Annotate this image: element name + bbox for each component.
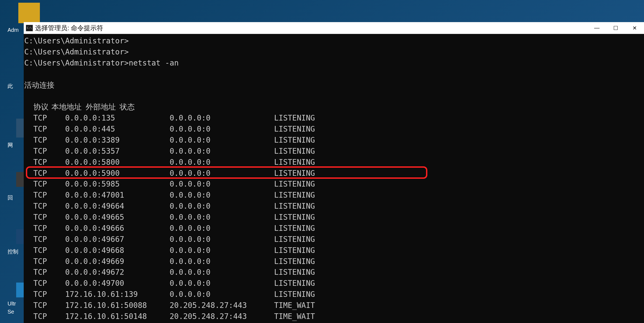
netstat-row: TCP 172.16.10.61:139 0.0.0.0:0 LISTENING <box>24 289 643 300</box>
netstat-row: TCP 0.0.0.0:5900 0.0.0.0:0 LISTENING <box>24 168 643 179</box>
close-button[interactable]: ✕ <box>625 22 644 34</box>
netstat-row: TCP 0.0.0.0:47001 0.0.0.0:0 LISTENING <box>24 190 643 201</box>
netstat-row: TCP 0.0.0.0:49664 0.0.0.0:0 LISTENING <box>24 201 643 212</box>
maximize-button[interactable]: ☐ <box>606 22 625 34</box>
window-title-bar[interactable]: C:\ 选择管理员: 命令提示符 — ☐ ✕ <box>24 22 644 34</box>
netstat-row: TCP 172.16.10.61:50088 20.205.248.27:443… <box>24 300 643 311</box>
desktop-label-recycle: 回 <box>8 194 13 201</box>
netstat-row: TCP 0.0.0.0:49672 0.0.0.0:0 LISTENING <box>24 267 643 278</box>
netstat-row: TCP 0.0.0.0:5985 0.0.0.0:0 LISTENING <box>24 179 643 190</box>
netstat-row: TCP 0.0.0.0:3389 0.0.0.0:0 LISTENING <box>24 135 643 146</box>
window-title: 选择管理员: 命令提示符 <box>35 24 587 32</box>
netstat-row: TCP 0.0.0.0:49666 0.0.0.0:0 LISTENING <box>24 223 643 234</box>
folder-icon[interactable] <box>18 3 40 23</box>
netstat-row: TCP 0.0.0.0:445 0.0.0.0:0 LISTENING <box>24 124 643 135</box>
netstat-row: TCP 0.0.0.0:49665 0.0.0.0:0 LISTENING <box>24 212 643 223</box>
netstat-header: 协议本地地址外部地址状态 <box>24 102 643 113</box>
section-title: 活动连接 <box>24 80 643 91</box>
netstat-row: TCP 0.0.0.0:49669 0.0.0.0:0 LISTENING <box>24 256 643 267</box>
netstat-row: TCP 0.0.0.0:135 0.0.0.0:0 LISTENING <box>24 113 643 124</box>
prompt-line: C:\Users\Administrator> <box>24 36 643 47</box>
netstat-row: TCP 0.0.0.0:49668 0.0.0.0:0 LISTENING <box>24 245 643 256</box>
prompt-line: C:\Users\Administrator>netstat -an <box>24 58 643 69</box>
desktop-label-ultr: Ultr <box>8 301 16 307</box>
netstat-row: TCP 0.0.0.0:5800 0.0.0.0:0 LISTENING <box>24 157 643 168</box>
cmd-window: C:\ 选择管理员: 命令提示符 — ☐ ✕ C:\Users\Administ… <box>24 22 644 323</box>
prompt-line: C:\Users\Administrator> <box>24 47 643 58</box>
netstat-row: TCP 0.0.0.0:5357 0.0.0.0:0 LISTENING <box>24 146 643 157</box>
desktop-label-n: 网 <box>8 142 13 149</box>
cmd-icon: C:\ <box>26 25 33 31</box>
desktop-label-control: 控制 <box>8 248 18 255</box>
minimize-button[interactable]: — <box>587 22 606 34</box>
blank-line <box>24 91 643 102</box>
terminal-output[interactable]: C:\Users\Administrator> C:\Users\Adminis… <box>24 34 644 323</box>
blank-line <box>24 69 643 80</box>
netstat-row: TCP 172.16.10.61:50148 20.205.248.27:443… <box>24 311 643 322</box>
desktop-label-adm: Adm <box>8 27 19 33</box>
netstat-row: TCP 0.0.0.0:49700 0.0.0.0:0 LISTENING <box>24 278 643 289</box>
desktop-label-se: Se <box>8 309 14 315</box>
netstat-row: TCP 0.0.0.0:49667 0.0.0.0:0 LISTENING <box>24 234 643 245</box>
desktop-label-this: 此 <box>8 83 13 90</box>
